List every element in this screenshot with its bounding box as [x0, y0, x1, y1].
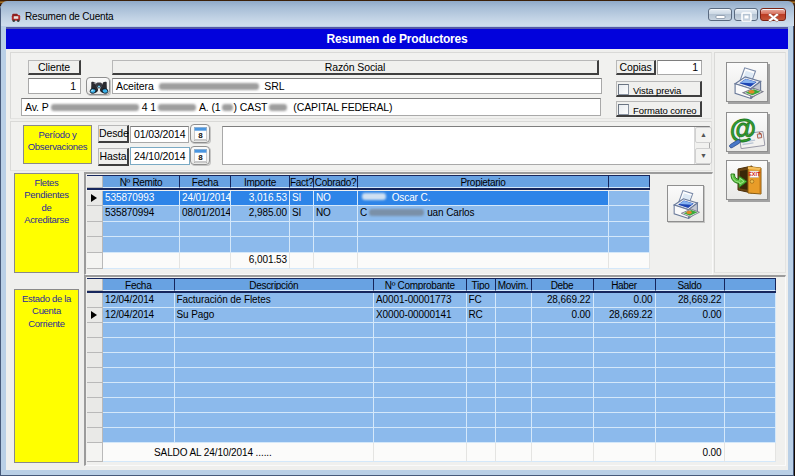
svg-text:EXIT: EXIT — [748, 171, 761, 177]
svg-text:@: @ — [730, 114, 756, 144]
svg-text:8: 8 — [198, 131, 203, 140]
svg-text:8: 8 — [198, 153, 203, 162]
